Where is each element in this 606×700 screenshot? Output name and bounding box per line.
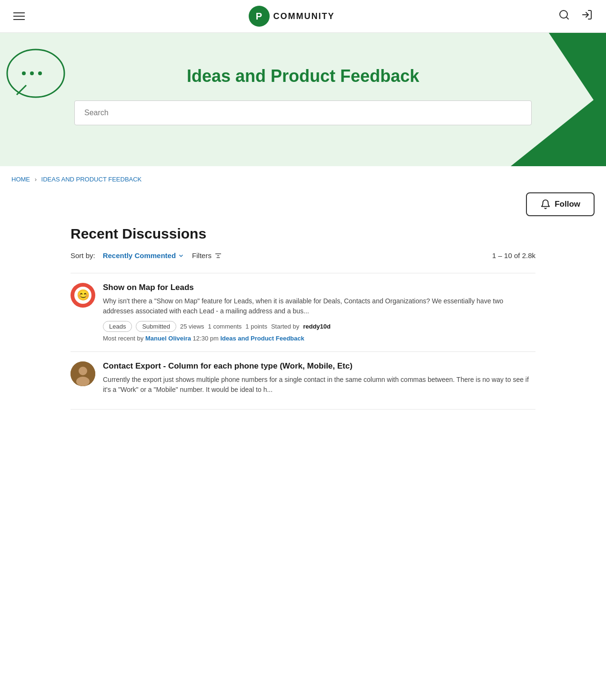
sort-dropdown[interactable]: Recently Commented — [103, 251, 184, 260]
header-icons — [556, 7, 595, 25]
discussion-title[interactable]: Show on Map for Leads — [103, 283, 535, 292]
main-content: Recent Discussions Sort by: Recently Com… — [59, 226, 547, 429]
search-icon — [558, 9, 570, 20]
search-button[interactable] — [556, 7, 572, 25]
category-link[interactable]: Ideas and Product Feedback — [220, 335, 304, 342]
results-count: 1 – 10 of 2.8k — [492, 251, 535, 260]
breadcrumb-home[interactable]: HOME — [11, 176, 30, 183]
avatar: 😊 — [71, 283, 95, 308]
follow-label: Follow — [555, 200, 580, 209]
svg-line-1 — [566, 17, 568, 19]
table-row: Contact Export - Column for each phone t… — [71, 352, 535, 410]
site-header: P COMMUNITY — [0, 0, 606, 33]
person-avatar-svg — [71, 361, 95, 386]
discussion-started-by-label: Started by — [271, 323, 299, 330]
filters-button[interactable]: Filters — [192, 251, 222, 260]
recent-author-link[interactable]: Manuel Oliveira — [145, 335, 191, 342]
follow-button[interactable]: Follow — [526, 192, 595, 216]
smiley-face-icon: 😊 — [74, 287, 91, 304]
hamburger-menu[interactable] — [11, 10, 27, 22]
hero-title: Ideas and Product Feedback — [19, 66, 587, 86]
svg-point-11 — [79, 367, 87, 375]
discussion-comments: 1 comments — [208, 323, 242, 330]
discussion-excerpt: Why isn't there a "Show on Map" feature … — [103, 296, 535, 316]
svg-point-4 — [22, 71, 26, 75]
breadcrumb-current: IDEAS AND PRODUCT FEEDBACK — [41, 176, 142, 183]
logo-circle: P — [249, 6, 270, 27]
sort-option-label: Recently Commented — [103, 251, 176, 260]
discussion-views: 25 views — [180, 323, 204, 330]
sort-controls: Sort by: Recently Commented Filters — [71, 251, 222, 260]
hero-decoration-bottom — [511, 90, 606, 166]
svg-point-3 — [7, 50, 64, 97]
chat-bubble-icon — [0, 42, 67, 104]
login-button[interactable] — [579, 7, 595, 25]
logo-letter: P — [256, 11, 262, 22]
svg-point-5 — [30, 71, 34, 75]
chevron-down-icon — [178, 252, 184, 259]
discussion-excerpt: Currently the export just shows multiple… — [103, 375, 535, 395]
hero-banner: Ideas and Product Feedback — [0, 33, 606, 166]
filters-label: Filters — [192, 251, 212, 260]
avatar-image — [71, 361, 95, 386]
site-logo[interactable]: P COMMUNITY — [249, 6, 335, 27]
discussion-started-by[interactable]: reddy10d — [303, 323, 331, 330]
discussion-content: Contact Export - Column for each phone t… — [103, 361, 535, 400]
discussions-list: 😊 Show on Map for Leads Why isn't there … — [71, 273, 535, 410]
discussion-title[interactable]: Contact Export - Column for each phone t… — [103, 361, 535, 371]
discussion-points: 1 points — [245, 323, 267, 330]
section-title: Recent Discussions — [71, 226, 535, 242]
sort-bar: Sort by: Recently Commented Filters 1 – … — [71, 251, 535, 265]
table-row: 😊 Show on Map for Leads Why isn't there … — [71, 273, 535, 352]
hero-search-input[interactable] — [74, 100, 532, 125]
login-icon — [581, 9, 593, 20]
discussion-content: Show on Map for Leads Why isn't there a … — [103, 283, 535, 342]
discussion-tags: Leads Submitted 25 views 1 comments 1 po… — [103, 321, 535, 332]
filter-icon — [214, 252, 222, 260]
bell-icon — [540, 199, 551, 210]
svg-point-6 — [38, 71, 42, 75]
svg-point-12 — [76, 377, 90, 386]
follow-section: Follow — [0, 192, 606, 226]
avatar — [71, 361, 95, 386]
sort-label: Sort by: — [71, 251, 95, 260]
tag-leads[interactable]: Leads — [103, 321, 132, 332]
tag-submitted[interactable]: Submitted — [136, 321, 176, 332]
breadcrumb-separator: › — [35, 176, 37, 183]
community-label: COMMUNITY — [273, 11, 335, 21]
breadcrumb: HOME › IDEAS AND PRODUCT FEEDBACK — [0, 166, 606, 192]
discussion-recent-by: Most recent by Manuel Oliveira 12:30 pm … — [103, 335, 535, 342]
